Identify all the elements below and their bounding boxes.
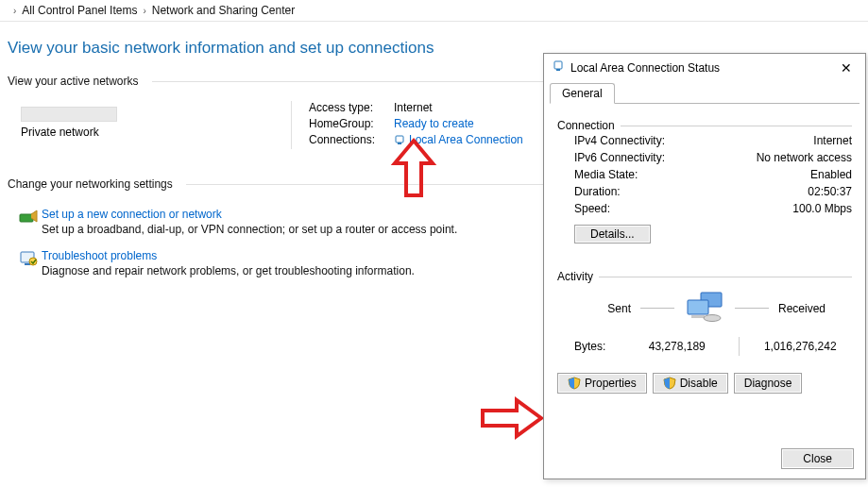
homegroup-label: HomeGroup: [309, 117, 394, 130]
section-text: Change your networking settings [8, 177, 173, 191]
divider [621, 126, 852, 126]
network-name-placeholder [21, 107, 117, 122]
annotation-arrow-right [477, 395, 547, 442]
computers-icon [684, 291, 725, 326]
divider [640, 308, 674, 309]
shield-icon [568, 377, 581, 390]
dialog-titlebar: Local Area Connection Status ✕ [544, 54, 865, 81]
troubleshoot-title[interactable]: Troubleshoot problems [42, 249, 415, 262]
speed-value: 100.0 Mbps [792, 202, 852, 215]
svg-rect-6 [554, 61, 562, 69]
close-button[interactable]: ✕ [835, 59, 858, 76]
dialog-title: Local Area Connection Status [570, 61, 835, 75]
ipv6-value: No network access [757, 151, 852, 164]
bytes-received-value: 1,016,276,242 [749, 340, 853, 353]
diagnose-button[interactable]: Diagnose [734, 373, 803, 394]
troubleshoot-desc: Diagnose and repair network problems, or… [42, 264, 415, 277]
details-button[interactable]: Details... [574, 225, 651, 244]
media-state-label: Media State: [574, 168, 638, 181]
network-properties: Access type: Internet HomeGroup: Ready t… [291, 101, 523, 149]
group-connection: Connection [557, 119, 852, 132]
bytes-sent-value: 43,278,189 [625, 340, 729, 353]
divider [735, 308, 769, 309]
sent-label: Sent [565, 302, 631, 315]
button-label: Properties [585, 377, 637, 390]
svg-rect-7 [556, 69, 560, 71]
section-text: View your active networks [8, 75, 139, 88]
svg-rect-2 [20, 214, 33, 222]
ipv4-value: Internet [813, 134, 852, 147]
divider [599, 277, 852, 277]
chevron-right-icon: › [13, 6, 16, 16]
network-category: Private network [21, 126, 291, 139]
disable-button[interactable]: Disable [653, 373, 728, 394]
svg-rect-9 [688, 300, 708, 314]
svg-rect-1 [398, 143, 401, 144]
access-type-value: Internet [394, 101, 433, 114]
shield-icon [663, 377, 676, 390]
button-label: Disable [680, 377, 718, 390]
ipv4-label: IPv4 Connectivity: [574, 134, 665, 147]
setup-connection-title[interactable]: Set up a new connection or network [42, 208, 457, 221]
dialog-tabs: General [544, 81, 865, 104]
ethernet-icon [394, 133, 405, 146]
connection-status-dialog: Local Area Connection Status ✕ General C… [543, 53, 866, 479]
chevron-right-icon: › [143, 6, 145, 16]
connections-label: Connections: [309, 133, 394, 146]
divider [739, 337, 740, 356]
setup-connection-icon [17, 208, 42, 236]
setup-connection-desc: Set up a broadband, dial-up, or VPN conn… [42, 223, 457, 236]
group-text: Activity [557, 270, 593, 283]
svg-rect-4 [25, 263, 30, 265]
duration-label: Duration: [574, 185, 621, 198]
breadcrumb-item[interactable]: Network and Sharing Center [152, 4, 295, 17]
group-activity: Activity [557, 270, 852, 283]
breadcrumb-item[interactable]: All Control Panel Items [22, 4, 137, 17]
troubleshoot-icon [17, 249, 42, 277]
duration-value: 02:50:37 [808, 185, 852, 198]
connection-link[interactable]: Local Area Connection [409, 133, 523, 146]
group-text: Connection [557, 119, 615, 132]
button-label: Diagnose [744, 377, 792, 390]
properties-button[interactable]: Properties [557, 373, 647, 394]
close-button[interactable]: Close [781, 448, 854, 469]
media-state-value: Enabled [810, 168, 852, 181]
breadcrumb: › All Control Panel Items › Network and … [0, 0, 868, 22]
svg-point-11 [704, 315, 721, 322]
bytes-label: Bytes: [557, 340, 625, 353]
tab-general[interactable]: General [550, 83, 615, 104]
access-type-label: Access type: [309, 101, 394, 114]
speed-label: Speed: [574, 202, 610, 215]
network-identity: Private network [8, 101, 291, 149]
ipv6-label: IPv6 Connectivity: [574, 151, 665, 164]
svg-rect-10 [691, 315, 705, 318]
homegroup-link[interactable]: Ready to create [394, 117, 474, 130]
ethernet-icon [552, 59, 565, 76]
svg-rect-0 [396, 136, 403, 143]
received-label: Received [778, 302, 844, 315]
